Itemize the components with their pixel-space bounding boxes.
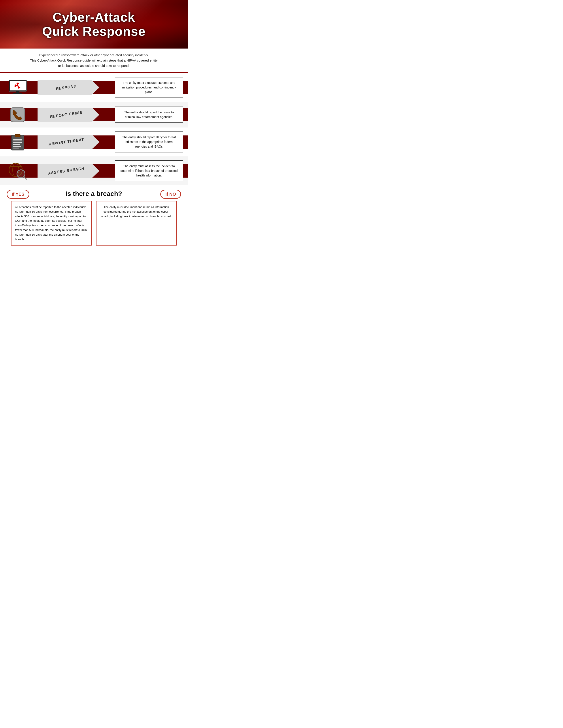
title-line1: Cyber-Attack: [53, 10, 135, 24]
step-assess-breach: ASSESS BREACH The entity must assess the…: [0, 156, 188, 185]
step-report-crime-arrow: REPORT CRIME: [35, 108, 110, 122]
step-report-threat: REPORT THREAT The entity should report a…: [0, 128, 188, 156]
breach-yes-text: All breaches must be reported to the aff…: [15, 205, 87, 241]
assess-breach-label: ASSESS BREACH: [48, 166, 85, 176]
report-threat-description: The entity should report all cyber threa…: [115, 131, 183, 152]
svg-rect-7: [11, 108, 25, 122]
step-respond: RESPOND The entity must execute response…: [0, 73, 188, 102]
globe-magnifier-icon: [7, 161, 28, 181]
subtitle-text: Experienced a ransomware attack or other…: [30, 53, 158, 68]
report-threat-text: The entity should report all cyber threa…: [122, 135, 176, 148]
report-crime-text: The entity should report the crime to cr…: [124, 111, 174, 119]
if-yes-badge: If YES: [7, 190, 29, 199]
svg-line-23: [24, 176, 26, 179]
step-report-crime: REPORT CRIME The entity should report th…: [0, 102, 188, 128]
svg-rect-3: [13, 93, 22, 94]
svg-rect-2: [16, 91, 19, 93]
header: Cyber-Attack Quick Response: [0, 0, 188, 49]
step-respond-icon-area: [0, 79, 35, 96]
step-assess-breach-arrow: ASSESS BREACH: [35, 164, 110, 178]
monitor-icon: [8, 79, 28, 96]
step-report-crime-icon-area: [0, 106, 35, 124]
report-crime-label: REPORT CRIME: [50, 110, 83, 119]
subtitle-section: Experienced a ransomware attack or other…: [0, 49, 188, 73]
respond-label: RESPOND: [56, 84, 77, 91]
svg-point-6: [17, 85, 18, 86]
if-no-badge: If NO: [160, 190, 181, 199]
assess-breach-text: The entity must assess the incident to d…: [120, 164, 177, 177]
report-threat-label: REPORT THREAT: [48, 137, 84, 146]
svg-rect-11: [13, 141, 22, 141]
svg-rect-15: [13, 148, 19, 148]
assess-breach-description: The entity must assess the incident to d…: [115, 160, 183, 181]
report-crime-description: The entity should report the crime to cr…: [115, 107, 183, 123]
svg-rect-13: [13, 144, 20, 145]
step-report-threat-arrow: REPORT THREAT: [35, 135, 110, 149]
breach-no-text: The entity must document and retain all …: [101, 205, 171, 218]
breach-no-column: The entity must document and retain all …: [96, 201, 177, 246]
breach-columns: All breaches must be reported to the aff…: [7, 201, 181, 252]
clipboard-icon: [9, 133, 26, 151]
breach-question-title: Is there a breach?: [38, 190, 150, 197]
step-report-threat-icon-area: [0, 133, 35, 151]
svg-rect-12: [13, 142, 22, 143]
title-line2: Quick Response: [42, 24, 145, 38]
phone-icon: [9, 106, 26, 124]
step-assess-breach-icon-area: [0, 161, 35, 181]
breach-yes-column: All breaches must be reported to the aff…: [11, 201, 92, 246]
svg-rect-10: [13, 139, 22, 140]
respond-description: The entity must execute response and mit…: [115, 77, 183, 98]
step-respond-arrow: RESPOND: [35, 80, 110, 95]
steps-container: RESPOND The entity must execute response…: [0, 73, 188, 185]
header-title: Cyber-Attack Quick Response: [42, 10, 145, 38]
svg-rect-9: [15, 134, 20, 137]
svg-rect-14: [13, 146, 21, 147]
svg-point-22: [18, 171, 24, 177]
respond-text: The entity must execute response and mit…: [122, 81, 176, 94]
